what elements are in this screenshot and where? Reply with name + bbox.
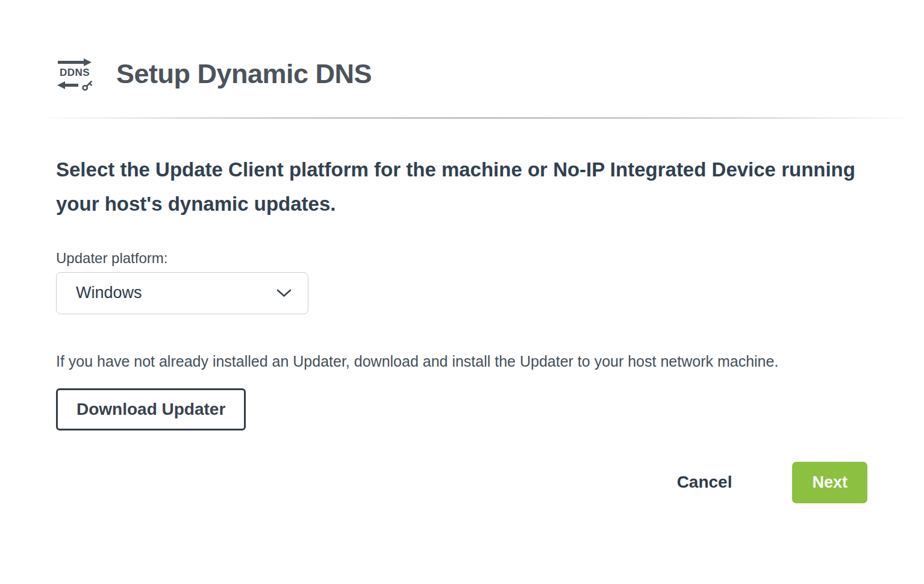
updater-platform-selected-value: Windows	[76, 284, 142, 302]
chevron-down-icon	[276, 289, 292, 297]
updater-platform-label: Updater platform:	[56, 250, 867, 267]
setup-ddns-page: DDNS Setup Dynamic DNS Select the Update…	[0, 0, 924, 584]
ddns-icon: DDNS	[56, 58, 93, 91]
page-header: DDNS Setup Dynamic DNS	[56, 58, 867, 91]
ddns-icon-label: DDNS	[60, 67, 90, 79]
arrow-right-icon	[57, 58, 92, 67]
page-title: Setup Dynamic DNS	[116, 58, 372, 90]
header-divider	[48, 117, 907, 119]
download-updater-button[interactable]: Download Updater	[56, 388, 246, 430]
next-button[interactable]: Next	[792, 462, 867, 503]
key-icon	[82, 80, 93, 91]
cancel-button[interactable]: Cancel	[677, 473, 732, 492]
arrow-left-icon	[57, 81, 79, 90]
instruction-heading: Select the Update Client platform for th…	[56, 152, 867, 221]
updater-platform-select[interactable]: Windows	[56, 272, 308, 314]
footer-actions: Cancel Next	[56, 462, 867, 503]
download-instruction: If you have not already installed an Upd…	[56, 349, 857, 373]
